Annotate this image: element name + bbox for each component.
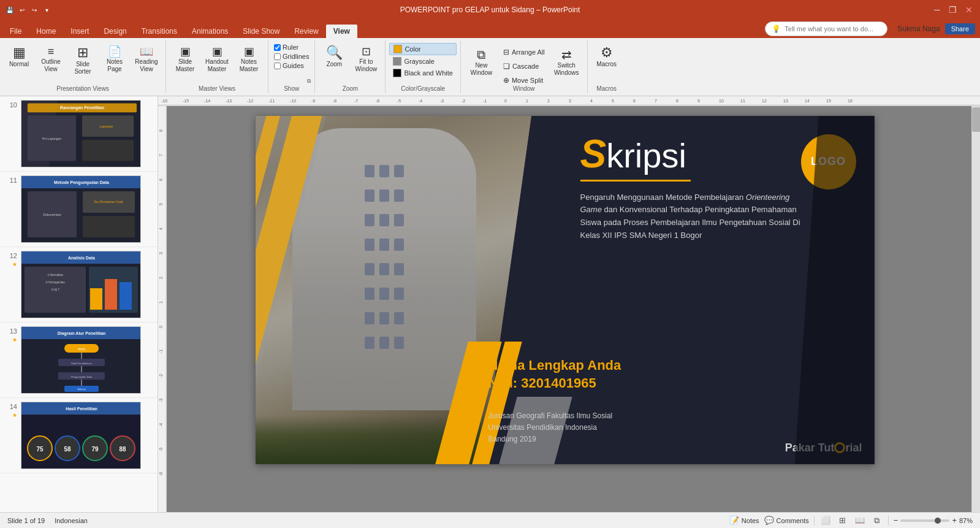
undo-icon[interactable]: ↩ [17, 5, 27, 15]
color-button[interactable]: Color [389, 43, 456, 55]
normal-view-status-button[interactable]: ⬜ [819, 515, 832, 527]
gridlines-check[interactable] [274, 53, 281, 60]
customize-qa-icon[interactable]: ▾ [42, 5, 51, 15]
handout-master-icon: ▣ [212, 46, 222, 57]
tab-review[interactable]: Review [287, 25, 325, 38]
ruler-label: Ruler [283, 44, 298, 51]
notes-label[interactable]: Notes [742, 517, 759, 524]
tab-animations[interactable]: Animations [184, 25, 235, 38]
group-window-label: Window [461, 85, 587, 92]
slide-thumb-14[interactable]: 14 ★ Hasil Penelitian 75 58 79 [0, 398, 158, 473]
svg-text:Pro Lapangan: Pro Lapangan [42, 137, 61, 140]
reading-view-button[interactable]: 📖 Reading View [131, 43, 162, 83]
macros-button[interactable]: ⚙ Macros [591, 43, 622, 83]
notes-master-button[interactable]: ▣ Notes Master [234, 43, 264, 83]
guides-check[interactable] [274, 63, 281, 69]
ruler-check[interactable] [274, 44, 281, 51]
guides-checkbox[interactable]: Guides [272, 61, 311, 70]
ruler-checkbox[interactable]: Ruler [272, 43, 311, 52]
svg-text:-11: -11 [268, 99, 275, 103]
vertical-scrollbar[interactable] [971, 106, 980, 512]
guides-label: Guides [283, 62, 304, 69]
zoom-in-icon[interactable]: + [952, 516, 957, 525]
arrange-all-button[interactable]: ⊟ Arrange All [499, 45, 549, 59]
notes-page-icon: 📄 [108, 46, 121, 57]
slide-thumb-10[interactable]: 10 Rancangan Penelitian Pro Lapangan Lap… [0, 96, 158, 172]
reading-view-status-button[interactable]: 📖 [854, 515, 866, 527]
slide-img-11: Metode Pengumpulan Data Dokumentasi Tes … [21, 175, 141, 243]
gridlines-checkbox[interactable]: Gridlines [272, 52, 311, 61]
tab-slide-show[interactable]: Slide Show [235, 25, 287, 38]
main-area: 10 Rancangan Penelitian Pro Lapangan Lap… [0, 96, 980, 512]
outline-view-button[interactable]: ≡ Outline View [36, 43, 66, 83]
tell-me-bar[interactable]: 💡 [765, 21, 887, 36]
close-button[interactable]: ✕ [963, 5, 975, 15]
tab-home[interactable]: Home [29, 25, 63, 38]
user-area: Sukma Naga Share [897, 23, 975, 34]
slide-sorter-button[interactable]: ⊞ Slide Sorter [67, 43, 98, 83]
new-window-button[interactable]: ⧉ New Window [465, 45, 498, 85]
slide-canvas[interactable]: LOGO Skripsi Pengaruh Menggunaan Metode … [256, 116, 875, 464]
svg-text:Lapangan: Lapangan [100, 125, 113, 128]
tab-design[interactable]: Design [96, 25, 134, 38]
notes-master-label: Notes Master [235, 58, 262, 73]
show-expand-icon[interactable]: ⧉ [305, 77, 313, 85]
slide-thumb-11[interactable]: 11 Metode Pengumpulan Data Dokumentasi T… [0, 172, 158, 247]
tab-transitions[interactable]: Transitions [134, 25, 184, 38]
slide-thumb-12[interactable]: 12 ★ Analisis Data ① Normalitas ② [0, 247, 158, 323]
svg-text:① Normalitas: ① Normalitas [47, 274, 64, 277]
cascade-button[interactable]: ❏ Cascade [499, 59, 549, 73]
svg-text:-1: -1 [483, 99, 487, 103]
svg-text:Diagram Alur Penelitian: Diagram Alur Penelitian [58, 331, 106, 336]
svg-text:11: 11 [740, 99, 745, 103]
svg-text:-10: -10 [290, 99, 296, 103]
black-white-button[interactable]: Black and White [389, 67, 456, 78]
group-master-views-label: Master Views [166, 85, 268, 92]
slide-img-12: Analisis Data ① Normalitas ② Homogenitas… [21, 251, 141, 318]
svg-text:-16: -16 [161, 99, 167, 103]
notes-master-icon: ▣ [244, 46, 254, 57]
zoom-slider[interactable] [900, 519, 949, 522]
zoom-button[interactable]: 🔍 Zoom [319, 43, 349, 83]
horizontal-ruler: -16-15-14 -13-12-11 -10-9-8 -7-6-5 -4-3-… [158, 96, 980, 106]
arrange-all-label: Arrange All [512, 48, 545, 56]
move-split-icon: ⊕ [503, 76, 509, 85]
comments-label[interactable]: Comments [777, 517, 809, 524]
reading-view-label: Reading View [133, 58, 160, 73]
fit-to-window-label: Fit to Window [352, 58, 379, 73]
handout-master-button[interactable]: ▣ Handout Master [202, 43, 232, 83]
grayscale-swatch [393, 57, 401, 66]
svg-text:-3: -3 [440, 99, 444, 103]
minimize-button[interactable]: ─ [932, 5, 943, 15]
slide-sorter-status-button[interactable]: ⊞ [837, 515, 849, 527]
slide-panel-scroll[interactable]: 10 Rancangan Penelitian Pro Lapangan Lap… [0, 96, 158, 512]
redo-icon[interactable]: ↪ [29, 5, 39, 15]
grayscale-label: Grayscale [404, 58, 435, 65]
fit-to-window-button[interactable]: ⊡ Fit to Window [351, 43, 381, 83]
tab-view[interactable]: View [326, 25, 357, 38]
outline-view-label: Outline View [37, 58, 64, 73]
svg-text:Metode Pengumpulan Data: Metode Pengumpulan Data [54, 180, 109, 185]
share-button[interactable]: Share [945, 23, 975, 34]
presenter-view-status-button[interactable]: ⧉ [871, 515, 883, 527]
scrollbar-thumb[interactable] [972, 107, 980, 132]
tab-insert[interactable]: Insert [63, 25, 96, 38]
restore-button[interactable]: ❐ [946, 5, 959, 15]
status-sep-1 [814, 516, 815, 526]
notes-page-button[interactable]: 📄 Notes Page [99, 43, 130, 83]
normal-view-button[interactable]: ▦ Normal [4, 43, 34, 83]
switch-windows-icon: ⇄ [561, 48, 572, 61]
tab-file[interactable]: File [2, 25, 29, 38]
group-color-grayscale-label: Color/Grayscale [386, 85, 460, 92]
save-icon[interactable]: 💾 [5, 5, 15, 15]
grayscale-button[interactable]: Grayscale [389, 56, 456, 67]
tell-me-input[interactable] [784, 25, 881, 33]
slide-num-10: 10 [5, 100, 17, 109]
svg-rect-24 [120, 282, 132, 310]
slide-master-button[interactable]: ▣ Slide Master [170, 43, 200, 83]
svg-rect-23 [105, 279, 117, 310]
svg-text:-6: -6 [376, 99, 379, 103]
slide-thumb-13[interactable]: 13 ★ Diagram Alur Penelitian Mulai Studi… [0, 323, 158, 398]
zoom-out-icon[interactable]: − [894, 516, 898, 525]
switch-windows-button[interactable]: ⇄ Switch Windows [550, 45, 583, 85]
